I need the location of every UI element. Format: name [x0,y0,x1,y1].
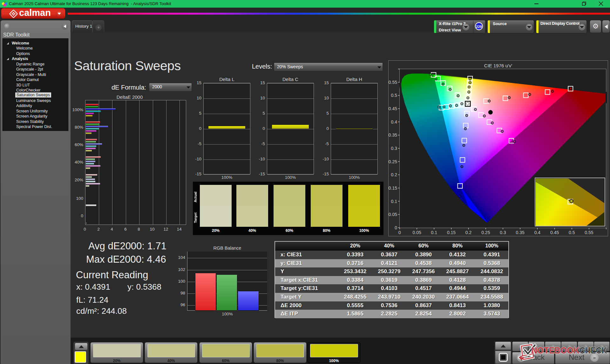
svg-text:0.05: 0.05 [412,230,421,235]
svg-text:0.45: 0.45 [550,230,559,235]
svg-text:0: 0 [398,230,401,235]
svg-text:0.35: 0.35 [389,132,397,138]
svg-text:0.25: 0.25 [481,230,490,235]
svg-text:0.2: 0.2 [465,230,472,235]
svg-text:0.45: 0.45 [389,106,397,111]
svg-text:0.1: 0.1 [391,199,397,204]
svg-text:0.55: 0.55 [585,230,593,235]
svg-text:0.25: 0.25 [389,159,397,164]
svg-text:0.35: 0.35 [516,230,525,235]
svg-text:0.3: 0.3 [391,146,397,151]
svg-text:0.1: 0.1 [431,230,437,235]
svg-text:0.15: 0.15 [389,185,397,191]
svg-text:0.15: 0.15 [447,230,456,235]
svg-text:0: 0 [395,225,397,230]
svg-text:0.5: 0.5 [569,230,575,235]
svg-text:CHECK: CHECK [580,345,607,355]
svg-text:0.4: 0.4 [391,119,397,125]
svg-text:0.4: 0.4 [534,230,541,235]
svg-text:NOTEBOOK: NOTEBOOK [531,345,580,355]
svg-text:0.2: 0.2 [391,172,397,177]
svg-text:0.3: 0.3 [500,230,506,235]
svg-text:0.5: 0.5 [391,93,397,98]
svg-text:0.05: 0.05 [389,212,397,217]
svg-text:0.55: 0.55 [389,80,397,85]
